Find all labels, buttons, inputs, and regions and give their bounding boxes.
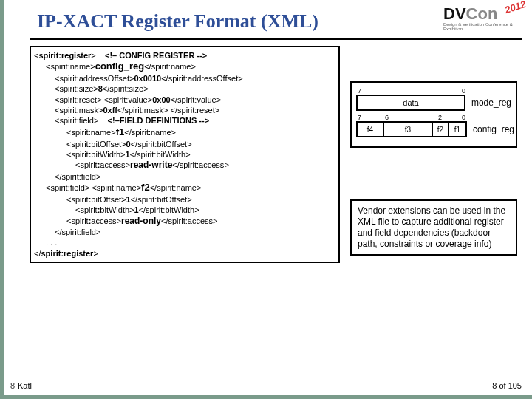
name-open: spirit:name xyxy=(46,62,95,71)
f2-acc-open: <spirit:access> xyxy=(66,216,121,225)
addr-open: spirit:addressOffset xyxy=(55,74,134,83)
f2-bo-close: spirit:bitOffset xyxy=(131,195,192,204)
f1-acc-close: spirit:access xyxy=(172,160,228,169)
xml-code-box: spirit:register <!– CONFIG REGISTER --> … xyxy=(30,46,340,263)
value-close: spirit:value xyxy=(171,95,222,104)
comment-fields: <!–FIELD DEFINITIONS --> xyxy=(108,116,210,125)
f1-bo-close: spirit:bitOffset xyxy=(131,140,192,149)
addr-val: 0x0010 xyxy=(134,74,161,83)
content-area: spirit:register <!– CONFIG REGISTER --> … xyxy=(10,46,532,263)
footer-left: 8 xyxy=(10,381,15,390)
field2-close: spirit:field xyxy=(55,228,100,236)
f1-name-close: spirit:name xyxy=(124,128,176,137)
reset-open: spirit:reset xyxy=(55,95,102,104)
config-bits: 7 6 2 0 xyxy=(356,114,467,121)
logo-dv: DV xyxy=(443,4,466,23)
f1-bw-open: <spirit:bitWidth> xyxy=(66,150,126,159)
logo-sub: Design & Verification Conference & Exhib… xyxy=(443,22,523,31)
f1-acc-open: <spirit:access> xyxy=(75,160,130,169)
mode-reg-box: data xyxy=(356,95,466,111)
f2-name-close: spirit:name xyxy=(150,183,202,192)
f2-bo-open: <spirit:bitOffset> xyxy=(66,195,126,204)
register-open-tag: spirit:register xyxy=(34,51,96,60)
field-f2: f2 xyxy=(433,123,449,136)
bit-lo: 0 xyxy=(462,87,466,95)
addr-close: spirit:addressOffset xyxy=(161,74,242,83)
f1-name-open: spirit:name xyxy=(66,128,116,137)
name-val: config_reg xyxy=(95,61,144,72)
title-rule xyxy=(30,38,522,40)
mask-val: 0xff xyxy=(103,106,117,115)
mask-close: spirit:mask xyxy=(117,106,168,115)
logo: DVCon 2012 Design & Verification Confere… xyxy=(443,4,523,33)
register-close-tag: spirit:register xyxy=(34,249,98,258)
vendor-note: Vendor extensions can be used in the XML… xyxy=(350,200,517,256)
logo-con: Con xyxy=(466,4,498,23)
field-f1: f1 xyxy=(449,123,466,136)
field2-open: spirit:field xyxy=(46,183,89,192)
right-column: 7 0 data mode_reg 7 6 2 0 f4 f3 xyxy=(340,46,517,263)
f2-bw-close: spirit:bitWidth xyxy=(139,205,200,214)
register-diagram: 7 0 data mode_reg 7 6 2 0 f4 f3 xyxy=(350,81,517,148)
f1-bo-open: <spirit:bitOffset> xyxy=(66,140,126,149)
mode-reg-label: mode_reg xyxy=(471,98,511,108)
config-reg-fields: f4 f3 f2 f1 xyxy=(356,121,467,137)
value-val: 0x00 xyxy=(152,95,170,104)
mode-bits: 7 0 xyxy=(356,87,467,95)
size-close: spirit:size xyxy=(103,84,149,93)
value-open: spirit:value xyxy=(104,95,152,104)
bit-hi: 7 xyxy=(358,87,361,95)
f2-acc: read-only xyxy=(121,216,161,226)
field-f4: f4 xyxy=(358,123,384,136)
footer-author: Katl xyxy=(18,381,32,390)
dots: . . . xyxy=(34,237,335,248)
comment-config: <!– CONFIG REGISTER --> xyxy=(105,51,207,60)
mask-open: spirit:mask xyxy=(55,106,103,115)
f2-name: f2 xyxy=(141,182,150,193)
name-close: spirit:name xyxy=(144,62,196,71)
f2-name-open: spirit:name xyxy=(92,183,141,192)
f1-bw-close: spirit:bitWidth xyxy=(130,150,191,159)
field1-open: spirit:field xyxy=(55,116,98,125)
reset-close: spirit:reset xyxy=(171,106,220,115)
field1-close: spirit:field xyxy=(55,172,100,181)
page-number: 8 of 105 xyxy=(492,381,522,390)
f2-bw-open: <spirit:bitWidth> xyxy=(75,205,134,214)
f2-acc-close: spirit:access xyxy=(161,216,217,225)
field-f3: f3 xyxy=(384,123,433,136)
size-open: spirit:size xyxy=(55,84,98,93)
f1-acc: read-write xyxy=(130,160,172,170)
config-reg-label: config_reg xyxy=(473,124,514,134)
f1-name: f1 xyxy=(116,126,125,137)
